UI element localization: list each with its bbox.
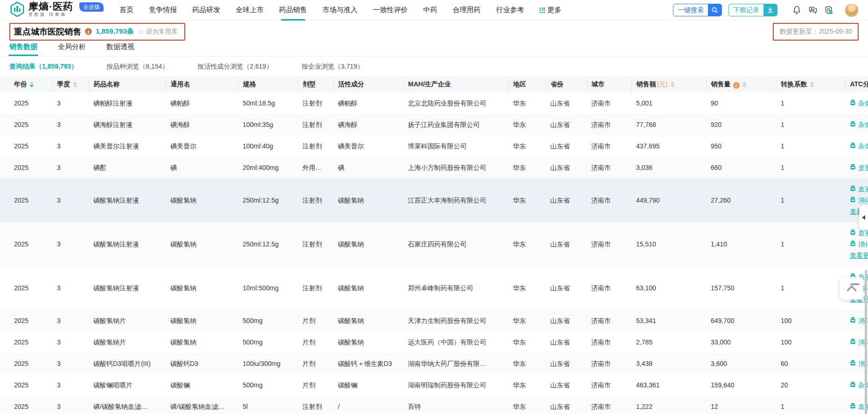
atc-tag[interactable]: 血液 — [850, 184, 868, 194]
atc-tag-label: 杂类 — [858, 141, 868, 151]
column-header-factor[interactable]: 转换系数 — [776, 77, 845, 92]
title-info-icon[interactable]: i — [85, 28, 92, 35]
set-favorite-button[interactable]: ☆ 设为常用库 — [138, 28, 178, 36]
atc-tag[interactable]: 消化 — [850, 239, 868, 249]
cell-generic: 碘海醇 — [166, 114, 238, 135]
column-label: 转换系数 — [781, 80, 807, 88]
quick-search-button[interactable]: 一键搜索 — [673, 4, 722, 16]
cell-factor: 1 — [776, 396, 845, 414]
cell-city: 济南市 — [587, 114, 631, 135]
nav-item-tcm[interactable]: 中药 — [423, 0, 437, 21]
cell-drug: 碳酸氢钠注射液 — [89, 178, 166, 222]
cell-spec: 250ml:12.5g — [238, 222, 298, 266]
cell-factor: 1 — [776, 178, 845, 222]
cell-drug: 碳酸钙D3咀嚼片(III) — [89, 353, 166, 374]
feedback-chat-icon[interactable] — [805, 4, 820, 17]
atc-tag[interactable]: 杂类 — [850, 98, 868, 108]
nav-item-home[interactable]: 首页 — [119, 0, 133, 21]
cell-region: 华东 — [508, 92, 546, 114]
cell-city: 济南市 — [587, 222, 631, 266]
table-row[interactable]: 20253碘海醇注射液碘海醇100ml:35g注射剂碘海醇扬子江药业集团有限公司… — [0, 114, 868, 135]
table-row[interactable]: 20253碳酸氢钠注射液碳酸氢钠250ml:12.5g注射剂碳酸氢钠石家庄四药有… — [0, 222, 868, 266]
notifications-bell-icon[interactable] — [789, 4, 805, 17]
table-row[interactable]: 20253碳酸氢钠注射液碳酸氢钠250ml:12.5g注射剂碳酸氢钠江苏正大丰海… — [0, 178, 868, 222]
view-more-link[interactable]: 查看更多 — [850, 251, 868, 260]
table-row[interactable]: 20253碘酊碘20ml:400mg外用…碘上海小方制药股份有限公司华东山东省济… — [0, 157, 868, 178]
user-avatar[interactable] — [845, 3, 859, 17]
table-row[interactable]: 20253碳酸氢钠片碳酸氢钠500mg片剂碳酸氢钠天津力生制药股份有限公司华东山… — [0, 310, 868, 331]
column-label: 年份 — [14, 80, 27, 88]
subtab-2[interactable]: 按活性成分浏览（2,619） — [197, 63, 273, 71]
cell-generic: 碳酸镧 — [166, 374, 238, 396]
cell-drug: 碳酸氢钠注射液 — [89, 222, 166, 266]
subtab-0[interactable]: 查询结果（1,859,793） — [9, 63, 77, 71]
column-header-province: 省份 — [546, 77, 587, 92]
cell-mah: 湖南明瑞制药股份有限公司 — [403, 374, 508, 396]
nav-item-global-launch[interactable]: 全球上市 — [236, 0, 264, 21]
enterprise-shield-icon[interactable] — [820, 4, 836, 17]
atc-tag[interactable]: 血液 — [850, 228, 868, 238]
cell-region: 华东 — [508, 135, 546, 157]
subtab-1[interactable]: 按品种浏览（8,154） — [106, 63, 168, 71]
atc-tag[interactable]: 消化 — [850, 196, 868, 205]
cell-generic: 碳酸氢钠 — [166, 222, 238, 266]
cell-form: 片剂 — [298, 331, 333, 353]
column-header-sales[interactable]: 销售额(元) — [631, 77, 706, 92]
column-header-drug: 药品名称 — [89, 77, 166, 92]
column-header-year[interactable]: 年份 — [0, 77, 52, 92]
brand-logo[interactable]: 摩熵·医药 查数据·找摩熵 企业版 — [9, 1, 104, 19]
cell-region: 华东 — [508, 310, 546, 331]
nav-item-industry-ref[interactable]: 行业参考 — [496, 0, 524, 21]
atc-tag[interactable]: 杂类 — [850, 120, 868, 129]
nav-item-consistency-eval[interactable]: 一致性评价 — [373, 0, 408, 21]
atc-tag[interactable]: 杂类 — [850, 141, 868, 151]
cell-province: 山东省 — [546, 92, 587, 114]
atc-tag-label: 血液 — [858, 228, 868, 238]
atc-tag-label: 血液 — [858, 184, 868, 194]
cell-factor: 20 — [776, 374, 845, 396]
cell-year: 2025 — [0, 178, 52, 222]
download-record-button[interactable]: 下载记录 — [728, 4, 777, 16]
cell-form: 片剂 — [298, 310, 333, 331]
column-header-volume[interactable]: 销售量i — [706, 77, 776, 92]
cell-form: 注射剂 — [298, 135, 333, 157]
tab-2[interactable]: 数据透视 — [106, 42, 134, 56]
table-row[interactable]: 20253碳酸钙D3咀嚼片(III)碳酸钙D3100iu/300mg片剂碳酸钙＋… — [0, 353, 868, 374]
back-to-top-button[interactable] — [840, 277, 863, 300]
cell-spec: 250ml:12.5g — [238, 178, 298, 222]
table-row[interactable]: 20253碳酸氢钠注射液碳酸氢钠10ml:500mg注射剂碳酸氢钠郑州卓峰制药有… — [0, 266, 868, 310]
collapse-panel-handle[interactable] — [859, 205, 868, 230]
updated-annotation-box: 数据更新至：2025-09-30 — [773, 23, 859, 41]
nav-item-drug-rd[interactable]: 药品研发 — [192, 0, 220, 21]
cell-region: 华东 — [508, 157, 546, 178]
table-row[interactable]: 20253碳酸镧咀嚼片碳酸镧500mg片剂碳酸镧湖南明瑞制药股份有限公司华东山东… — [0, 374, 868, 396]
nav-item-rational-use[interactable]: 合理用药 — [453, 0, 481, 21]
nav-item-market-access[interactable]: 市场与准入 — [322, 0, 357, 21]
nav-item-label: 行业参考 — [496, 6, 524, 14]
column-info-icon[interactable]: i — [733, 82, 740, 89]
view-tabs: 销售数据全局分析数据透视 — [0, 42, 868, 56]
table-row[interactable]: 20253碘帕醇注射液碘帕醇50ml:18.5g注射剂碘帕醇北京北陆药业股份有限… — [0, 92, 868, 114]
cell-sales: 77,768 — [631, 114, 706, 135]
nav-item-more[interactable]: 更多 — [539, 0, 561, 21]
vertical-scrollbar-thumb[interactable] — [865, 270, 867, 414]
tab-1[interactable]: 全局分析 — [58, 42, 86, 56]
table-row[interactable]: 20253碘美普尔注射液碘美普尔100ml:40g注射剂碘美普尔博莱科国际有限公… — [0, 135, 868, 157]
cell-factor: 100 — [776, 331, 845, 353]
column-label: 销售额 — [637, 80, 656, 88]
table-head: 年份季度药品名称通用名规格剂型活性成分MAH/生产企业地区省份城市销售额(元)销… — [0, 77, 868, 92]
subtab-3[interactable]: 按企业浏览（3,719） — [301, 63, 364, 71]
tab-0[interactable]: 销售数据 — [9, 42, 37, 56]
cell-sales: 2,785 — [631, 331, 706, 353]
cell-drug: 碘帕醇注射液 — [89, 92, 166, 114]
column-header-quarter[interactable]: 季度 — [52, 77, 89, 92]
table-row[interactable]: 20253碳酸氢钠片碳酸氢钠500mg片剂碳酸氢钠远大医药（中国）有限公司华东山… — [0, 331, 868, 353]
nav-item-competitive-intel[interactable]: 竞争情报 — [149, 0, 177, 21]
nav-item-drug-sales[interactable]: 药品销售 — [279, 0, 307, 21]
table-row[interactable]: 20253磷/碳酸氢钠血滤…磷/碳酸氢钠血滤…5l注射剂/百特华东山东省济南市1… — [0, 396, 868, 414]
cell-mah: 上海小方制药股份有限公司 — [403, 157, 508, 178]
cell-city: 济南市 — [587, 266, 631, 310]
brand-name: 摩熵·医药 — [28, 1, 73, 11]
result-subtabs: 查询结果（1,859,793）按品种浏览（8,154）按活性成分浏览（2,619… — [0, 56, 868, 77]
atc-tag[interactable]: 皮肤 — [850, 163, 868, 172]
